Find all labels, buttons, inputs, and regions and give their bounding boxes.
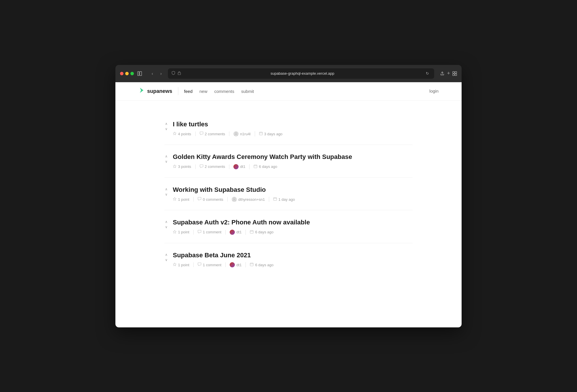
- feed-item: ∧ ∨ I like turtles 4 points: [164, 112, 413, 145]
- avatar: [230, 262, 235, 267]
- avatar: [233, 131, 239, 136]
- upvote-button[interactable]: ∧: [164, 121, 168, 126]
- forward-button[interactable]: ›: [158, 70, 164, 77]
- nav-link-submit[interactable]: submit: [241, 89, 254, 94]
- author-name: dthyresson+sn1: [238, 197, 265, 202]
- comments-meta[interactable]: 0 comments: [198, 197, 228, 202]
- date-meta: 6 days ago: [250, 262, 273, 267]
- feed-title[interactable]: Supabase Auth v2: Phone Auth now availab…: [173, 218, 413, 227]
- feed-item: ∧ ∨ Supabase Beta June 2021 1 point: [164, 243, 413, 276]
- brand-name: supanews: [147, 88, 172, 94]
- feed-title[interactable]: Working with Supabase Studio: [173, 186, 413, 194]
- address-bar[interactable]: supabase-graphql-example.vercel.app ↻: [168, 68, 434, 79]
- author-name: dt1: [236, 230, 241, 234]
- comments-meta[interactable]: 2 comments: [200, 164, 230, 169]
- feed-meta: 1 point 1 comment dt1: [173, 262, 413, 267]
- downvote-button[interactable]: ∨: [164, 159, 168, 164]
- date-value: 6 days ago: [259, 164, 277, 169]
- points-icon: [173, 197, 177, 202]
- feed-meta: 3 points 2 comments dt1: [173, 164, 413, 169]
- comments-meta[interactable]: 2 comments: [200, 132, 230, 136]
- calendar-icon: [250, 230, 254, 235]
- comments-value: 0 comments: [203, 197, 223, 202]
- lock-icon: [178, 71, 181, 76]
- comments-value: 2 comments: [205, 164, 225, 169]
- back-button[interactable]: ‹: [149, 70, 156, 77]
- comments-meta[interactable]: 1 comment: [198, 262, 226, 267]
- close-button[interactable]: [120, 72, 123, 75]
- share-button[interactable]: [440, 71, 445, 76]
- date-value: 3 days ago: [264, 132, 283, 136]
- feed-item: ∧ ∨ Working with Supabase Studio 1 point: [164, 178, 413, 211]
- svg-rect-14: [250, 263, 253, 266]
- comment-icon: [198, 230, 201, 235]
- vote-controls: ∧ ∨: [164, 186, 168, 197]
- svg-rect-13: [250, 230, 253, 233]
- upvote-button[interactable]: ∧: [164, 252, 168, 257]
- svg-rect-0: [138, 72, 139, 76]
- nav-brand[interactable]: supanews: [138, 87, 178, 95]
- points-meta: 3 points: [173, 164, 196, 169]
- downvote-button[interactable]: ∨: [164, 127, 168, 131]
- new-tab-button[interactable]: +: [447, 70, 450, 76]
- browser-actions: +: [440, 70, 457, 76]
- refresh-button[interactable]: ↻: [424, 70, 431, 77]
- feed-title[interactable]: Golden Kitty Awards Ceremony Watch Party…: [173, 153, 413, 161]
- feed-body: Supabase Beta June 2021 1 point: [173, 251, 413, 268]
- login-button[interactable]: login: [429, 89, 439, 93]
- feed-title[interactable]: I like turtles: [173, 120, 413, 129]
- downvote-button[interactable]: ∨: [164, 192, 168, 197]
- avatar: [233, 164, 239, 169]
- feed-body: Working with Supabase Studio 1 point: [173, 186, 413, 202]
- points-meta: 1 point: [173, 197, 194, 202]
- comment-icon: [200, 164, 203, 169]
- calendar-icon: [259, 132, 263, 136]
- nav-link-feed[interactable]: feed: [184, 89, 192, 94]
- date-meta: 6 days ago: [250, 230, 273, 235]
- upvote-button[interactable]: ∧: [164, 187, 168, 192]
- nav-link-comments[interactable]: comments: [214, 89, 234, 94]
- points-meta: 4 points: [173, 132, 196, 136]
- feed-item: ∧ ∨ Golden Kitty Awards Ceremony Watch P…: [164, 145, 413, 178]
- maximize-button[interactable]: [130, 72, 134, 75]
- svg-rect-9: [259, 132, 263, 135]
- comments-value: 1 comment: [203, 263, 221, 267]
- upvote-button[interactable]: ∧: [164, 154, 168, 159]
- downvote-button[interactable]: ∨: [164, 225, 168, 229]
- svg-rect-5: [453, 74, 454, 76]
- svg-point-8: [235, 132, 237, 134]
- comments-value: 2 comments: [205, 132, 225, 136]
- feed-item: ∧ ∨ Supabase Auth v2: Phone Auth now ava…: [164, 210, 413, 243]
- author-name: dt1: [240, 164, 245, 169]
- downvote-button[interactable]: ∨: [164, 258, 168, 262]
- feed-meta: 1 point 1 comment dt1: [173, 230, 413, 235]
- avatar: [232, 197, 237, 202]
- vote-controls: ∧ ∨: [164, 251, 168, 262]
- author-meta: dt1: [233, 164, 250, 169]
- points-value: 1 point: [178, 263, 189, 267]
- points-icon: [173, 230, 177, 235]
- avatar: [230, 230, 235, 235]
- points-icon: [173, 262, 177, 267]
- svg-rect-4: [455, 72, 457, 73]
- vote-controls: ∧ ∨: [164, 153, 168, 164]
- calendar-icon: [273, 197, 277, 202]
- feed-meta: 4 points 2 comments n1ru4l: [173, 131, 413, 136]
- main-nav: supanews feed new comments submit login: [115, 82, 462, 101]
- feed-body: I like turtles 4 points 2 co: [173, 120, 413, 137]
- author-meta: n1ru4l: [233, 131, 255, 136]
- svg-point-11: [233, 198, 235, 200]
- calendar-icon: [250, 262, 254, 267]
- svg-rect-2: [178, 73, 181, 75]
- comment-icon: [198, 262, 201, 267]
- svg-rect-12: [273, 198, 277, 200]
- nav-link-new[interactable]: new: [199, 89, 207, 94]
- comments-meta[interactable]: 1 comment: [198, 230, 226, 235]
- points-value: 1 point: [178, 230, 189, 234]
- feed-title[interactable]: Supabase Beta June 2021: [173, 251, 413, 260]
- sidebar-toggle-button[interactable]: [137, 71, 142, 76]
- upvote-button[interactable]: ∧: [164, 220, 168, 224]
- minimize-button[interactable]: [125, 72, 129, 75]
- tabs-button[interactable]: [452, 71, 457, 76]
- author-meta: dt1: [230, 230, 246, 235]
